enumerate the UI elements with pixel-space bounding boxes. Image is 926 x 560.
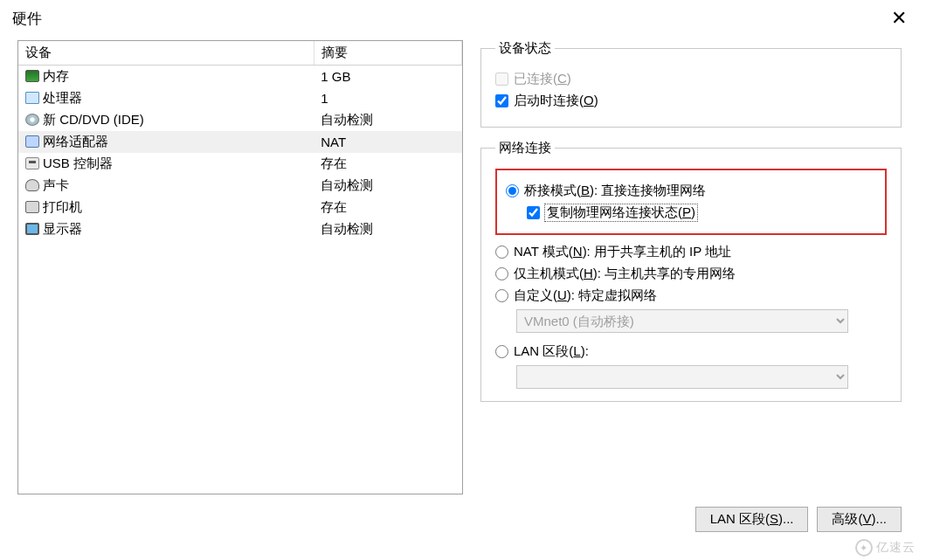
col-device[interactable]: 设备	[18, 41, 314, 66]
device-summary: NAT	[314, 131, 461, 153]
network-connection-legend: 网络连接	[495, 140, 555, 156]
table-row[interactable]: 新 CD/DVD (IDE)自动检测	[18, 109, 462, 131]
bridged-radio[interactable]	[506, 184, 519, 197]
device-name: 内存	[43, 68, 69, 83]
table-row[interactable]: 处理器1	[18, 87, 462, 109]
lan-segment-select	[516, 365, 848, 389]
device-name: 显示器	[43, 221, 82, 236]
advanced-button[interactable]: 高级(V)...	[817, 507, 902, 532]
replicate-label: 复制物理网络连接状态(P)	[545, 204, 697, 221]
watermark: ✦ 亿速云	[855, 539, 916, 557]
hostonly-label: 仅主机模式(H): 与主机共享的专用网络	[514, 266, 736, 282]
cpu-icon	[25, 92, 39, 104]
cloud-icon: ✦	[855, 539, 873, 557]
net-icon	[25, 135, 39, 148]
connected-checkbox	[495, 73, 508, 86]
mem-icon	[25, 70, 39, 82]
connect-at-poweron-checkbox[interactable]	[495, 94, 508, 107]
col-summary[interactable]: 摘要	[314, 41, 461, 66]
table-row[interactable]: 声卡自动检测	[18, 175, 462, 197]
device-summary: 1 GB	[314, 66, 461, 88]
nat-radio[interactable]	[495, 245, 508, 259]
snd-icon	[25, 179, 39, 191]
close-icon[interactable]: ✕	[884, 7, 914, 30]
custom-radio[interactable]	[495, 289, 508, 302]
device-name: USB 控制器	[43, 156, 113, 170]
device-name: 新 CD/DVD (IDE)	[43, 112, 144, 127]
table-row[interactable]: 网络适配器NAT	[18, 131, 462, 153]
table-row[interactable]: 内存1 GB	[18, 66, 462, 88]
table-row[interactable]: 显示器自动检测	[18, 218, 462, 240]
usb-icon	[25, 157, 39, 169]
device-summary: 自动检测	[314, 218, 461, 240]
network-connection-group: 网络连接 桥接模式(B): 直接连接物理网络 复制物理网络连接状态(P)	[480, 140, 902, 402]
device-summary: 存在	[314, 153, 461, 175]
device-summary: 存在	[314, 197, 461, 218]
device-state-group: 设备状态 已连接(C) 启动时连接(O)	[480, 40, 902, 128]
lan-segment-radio[interactable]	[495, 345, 508, 358]
titlebar: 硬件 ✕	[0, 0, 926, 31]
mon-icon	[25, 223, 39, 235]
highlight-box: 桥接模式(B): 直接连接物理网络 复制物理网络连接状态(P)	[495, 169, 887, 235]
lan-segments-button[interactable]: LAN 区段(S)...	[695, 507, 809, 532]
device-summary: 自动检测	[314, 109, 461, 131]
replicate-checkbox[interactable]	[527, 206, 540, 219]
device-name: 声卡	[43, 177, 69, 192]
window-title: 硬件	[12, 9, 42, 29]
bridged-label: 桥接模式(B): 直接连接物理网络	[524, 183, 706, 199]
cd-icon	[25, 114, 39, 126]
nat-label: NAT 模式(N): 用于共享主机的 IP 地址	[514, 244, 731, 260]
device-name: 处理器	[43, 90, 82, 105]
device-state-legend: 设备状态	[495, 40, 555, 57]
device-table: 设备 摘要 内存1 GB处理器1新 CD/DVD (IDE)自动检测网络适配器N…	[17, 40, 463, 494]
connect-at-poweron-label: 启动时连接(O)	[514, 93, 598, 109]
custom-label: 自定义(U): 特定虚拟网络	[514, 287, 657, 304]
device-summary: 1	[314, 87, 461, 109]
table-row[interactable]: 打印机存在	[18, 197, 462, 218]
device-name: 网络适配器	[43, 134, 108, 149]
hostonly-radio[interactable]	[495, 267, 508, 280]
table-row[interactable]: USB 控制器存在	[18, 153, 462, 175]
lan-segment-label: LAN 区段(L):	[514, 343, 589, 360]
device-summary: 自动检测	[314, 175, 461, 197]
connected-label: 已连接(C)	[514, 71, 571, 87]
prn-icon	[25, 201, 39, 213]
device-name: 打印机	[43, 199, 82, 214]
custom-vmnet-select: VMnet0 (自动桥接)	[516, 309, 848, 333]
